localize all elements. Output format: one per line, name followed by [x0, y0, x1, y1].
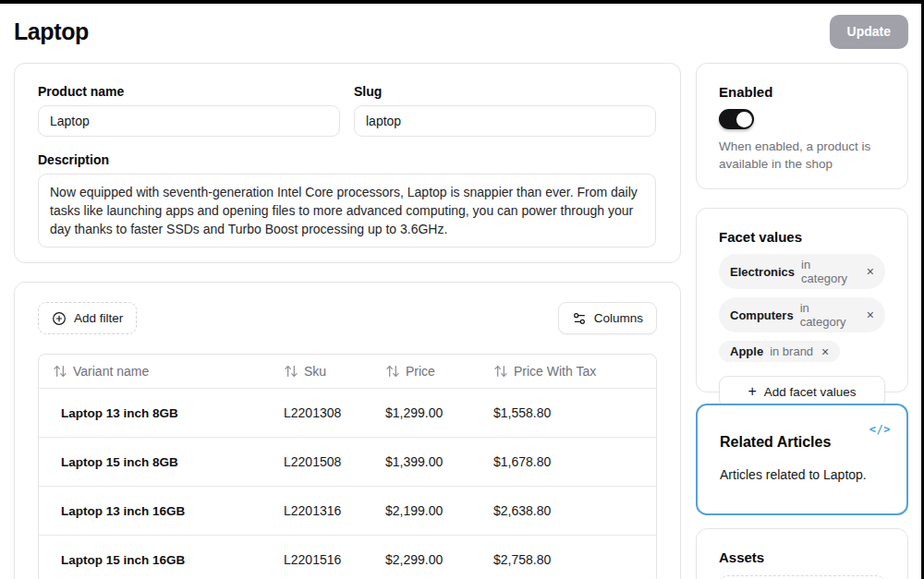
code-icon[interactable]: </>: [869, 423, 891, 436]
variants-toolbar: Add filter Columns: [38, 302, 657, 334]
price-cell: $1,399.00: [374, 454, 482, 469]
table-row[interactable]: Laptop 13 inch 8GB L2201308 $1,299.00 $1…: [39, 388, 656, 437]
add-facet-values-button[interactable]: + Add facet values: [719, 376, 885, 407]
table-row[interactable]: Laptop 15 inch 8GB L2201508 $1,399.00 $1…: [39, 437, 656, 486]
variant-name-cell: Laptop 13 inch 16GB: [39, 504, 273, 518]
related-articles-card: </> Related Articles Articles related to…: [696, 404, 908, 515]
columns-button[interactable]: Columns: [558, 302, 657, 334]
product-name-label: Product name: [38, 84, 340, 99]
sku-cell: L2201308: [273, 405, 374, 420]
variants-table: Variant name Sku Price Price With T: [38, 354, 657, 579]
slug-field-group: Slug: [354, 84, 656, 137]
column-header-label: Variant name: [73, 364, 149, 379]
table-row[interactable]: Laptop 13 inch 16GB L2201316 $2,199.00 $…: [39, 486, 656, 535]
assets-title: Assets: [719, 549, 885, 565]
price-cell: $2,199.00: [374, 503, 482, 518]
window-top-edge: [0, 0, 924, 4]
description-label: Description: [38, 152, 656, 167]
facet-chip: Electronics in category ×: [719, 254, 885, 289]
column-header-label: Sku: [304, 364, 326, 379]
toggle-knob: [736, 112, 752, 127]
facet-values-card: Facet values Electronics in category × C…: [696, 208, 908, 392]
price-cell: $2,299.00: [374, 552, 482, 567]
add-facet-values-label: Add facet values: [764, 385, 857, 399]
price-cell: $1,299.00: [374, 405, 482, 420]
description-field-group: Description Now equipped with seventh-ge…: [38, 152, 656, 247]
table-header-row: Variant name Sku Price Price With T: [39, 355, 656, 388]
column-header-price-with-tax[interactable]: Price With Tax: [482, 364, 656, 379]
column-header-variant-name[interactable]: Variant name: [39, 364, 273, 379]
add-filter-button[interactable]: Add filter: [38, 302, 137, 334]
related-articles-title: Related Articles: [720, 434, 884, 451]
enabled-card: Enabled When enabled, a product is avail…: [696, 63, 908, 189]
enabled-toggle[interactable]: [719, 109, 754, 129]
price-with-tax-cell: $2,758.80: [482, 552, 656, 567]
sidebar: Enabled When enabled, a product is avail…: [696, 63, 908, 579]
page-title: Laptop: [14, 18, 89, 45]
main-column: Product name Slug Description Now equipp…: [14, 63, 681, 579]
enabled-title: Enabled: [719, 84, 885, 100]
assets-card: Assets: [696, 528, 908, 579]
price-with-tax-cell: $1,558.80: [482, 405, 656, 420]
sort-icon: [493, 364, 508, 379]
variants-card: Add filter Columns Variant name: [14, 282, 681, 579]
asset-dropzone[interactable]: [719, 575, 885, 579]
slug-label: Slug: [354, 84, 656, 99]
columns-label: Columns: [594, 311, 643, 325]
sliders-icon: [572, 311, 587, 326]
slug-input[interactable]: [354, 105, 656, 137]
facet-chip-value: Electronics: [730, 265, 795, 279]
sku-cell: L2201316: [273, 503, 374, 518]
sku-cell: L2201508: [273, 454, 374, 469]
page-header: Laptop Update: [14, 14, 908, 49]
close-icon[interactable]: ×: [867, 308, 874, 321]
related-articles-description: Articles related to Laptop.: [720, 467, 884, 482]
description-editor[interactable]: Now equipped with seventh-generation Int…: [38, 174, 656, 247]
facet-chip: Computers in category ×: [719, 297, 885, 332]
variant-name-cell: Laptop 15 inch 16GB: [39, 553, 273, 567]
facet-chip-value: Computers: [730, 308, 794, 322]
enabled-description: When enabled, a product is available in …: [719, 138, 885, 173]
price-with-tax-cell: $2,638.80: [482, 503, 656, 518]
close-icon[interactable]: ×: [821, 345, 829, 358]
add-filter-label: Add filter: [74, 311, 123, 325]
product-name-field-group: Product name: [38, 84, 340, 137]
column-header-label: Price: [406, 364, 435, 379]
facet-chip: Apple in brand ×: [719, 341, 840, 362]
sort-icon: [385, 364, 400, 379]
column-header-sku[interactable]: Sku: [273, 364, 374, 379]
facet-chip-context: in brand: [770, 344, 813, 358]
product-form-card: Product name Slug Description Now equipp…: [14, 63, 681, 263]
facet-chip-context: in category: [801, 258, 858, 285]
price-with-tax-cell: $1,678.80: [482, 454, 656, 469]
facet-chip-value: Apple: [730, 344, 763, 358]
product-detail-page: Laptop Update Product name Slug Descript: [0, 0, 924, 579]
facet-chip-context: in category: [800, 301, 858, 329]
sort-icon: [53, 364, 67, 379]
column-header-label: Price With Tax: [514, 364, 596, 379]
sort-icon: [284, 364, 298, 379]
circle-plus-icon: [52, 311, 67, 326]
column-header-price[interactable]: Price: [374, 364, 482, 379]
plus-icon: +: [748, 383, 756, 400]
sku-cell: L2201516: [273, 552, 374, 567]
product-name-input[interactable]: [38, 105, 340, 137]
variant-name-cell: Laptop 13 inch 8GB: [39, 406, 273, 420]
facet-values-title: Facet values: [719, 229, 885, 245]
table-row[interactable]: Laptop 15 inch 16GB L2201516 $2,299.00 $…: [39, 535, 656, 579]
update-button[interactable]: Update: [830, 15, 908, 49]
close-icon[interactable]: ×: [867, 265, 874, 278]
variant-name-cell: Laptop 15 inch 8GB: [39, 455, 273, 469]
